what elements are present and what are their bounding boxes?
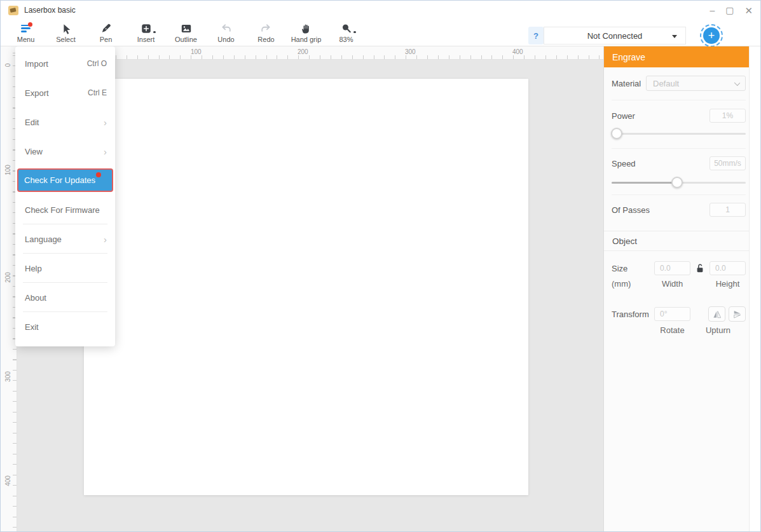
submenu-arrow-icon: › — [104, 118, 107, 127]
app-title: Laserbox basic — [24, 6, 76, 15]
outline-tool-button[interactable]: Outline — [166, 22, 206, 43]
undo-button[interactable]: Undo — [206, 22, 246, 43]
menu-item-exit[interactable]: Exit — [15, 312, 115, 341]
menu-item-help[interactable]: Help — [15, 254, 115, 283]
height-input[interactable]: 0.0 — [710, 261, 746, 275]
insert-tool-button[interactable]: Insert — [126, 22, 166, 43]
update-notification-dot — [96, 172, 101, 177]
insert-icon — [141, 22, 152, 35]
speed-input[interactable]: 50mm/s — [710, 156, 746, 170]
menu-item-edit[interactable]: Edit › — [15, 107, 115, 137]
title-bar: Laserbox basic – ▢ ✕ — [1, 1, 760, 20]
minimize-button[interactable]: – — [710, 6, 715, 15]
magnifier-icon — [341, 22, 352, 35]
engrave-section-header[interactable]: Engrave — [604, 46, 749, 67]
shortcut-label: Ctrl O — [87, 59, 107, 68]
close-button[interactable]: ✕ — [744, 6, 753, 15]
menu-button[interactable]: Menu — [6, 22, 46, 43]
panel-scrollbar-gutter[interactable] — [749, 46, 760, 531]
hand-icon — [301, 22, 312, 35]
connection-status-dropdown[interactable]: Not Connected — [544, 27, 686, 44]
passes-label: Of Passes — [612, 205, 650, 215]
toolbar: Menu Select Pen Insert Outline — [1, 20, 760, 46]
size-unit-label: (mm) — [612, 279, 654, 289]
unlock-icon — [696, 263, 704, 273]
height-label: Height — [710, 279, 746, 289]
flip-horizontal-button[interactable] — [708, 306, 725, 322]
menu-item-check-for-firmware[interactable]: Check For Firmware — [15, 195, 115, 224]
outline-image-icon — [181, 22, 192, 35]
flip-horizontal-icon — [712, 310, 722, 319]
object-section-header: Object — [604, 231, 749, 251]
zoom-level-value: 83% — [339, 36, 353, 43]
menu-item-view[interactable]: View › — [15, 137, 115, 166]
pen-icon — [100, 22, 112, 35]
pen-tool-button[interactable]: Pen — [86, 22, 126, 43]
app-window: Laserbox basic – ▢ ✕ Menu Select Pen — [0, 0, 761, 532]
zoom-level-button[interactable]: 83% — [326, 22, 366, 43]
undo-icon — [220, 22, 232, 35]
dropdown-caret-icon — [672, 35, 677, 38]
maximize-button[interactable]: ▢ — [725, 6, 734, 15]
submenu-arrow-icon: › — [104, 147, 107, 156]
speed-slider-thumb[interactable] — [671, 177, 683, 188]
lock-ratio-button[interactable] — [690, 263, 710, 273]
submenu-arrow-icon: › — [104, 235, 107, 244]
help-button[interactable]: ? — [528, 27, 544, 44]
submenu-dot-icon — [353, 31, 356, 34]
app-logo-icon — [8, 6, 18, 15]
select-tool-button[interactable]: Select — [46, 22, 86, 43]
speed-slider[interactable] — [612, 177, 746, 188]
rotate-input[interactable]: 0° — [654, 307, 690, 321]
hand-grip-tool-button[interactable]: Hand grip — [286, 22, 326, 43]
menu-item-export[interactable]: Export Ctrl E — [15, 78, 115, 107]
submenu-dot-icon — [153, 31, 156, 34]
transform-label: Transform — [612, 310, 654, 319]
canvas-page[interactable] — [84, 79, 528, 495]
passes-input[interactable]: 1 — [710, 203, 746, 217]
speed-label: Speed — [612, 159, 636, 168]
rotate-label: Rotate — [654, 325, 690, 335]
power-slider-thumb[interactable] — [611, 128, 622, 139]
menu-notification-dot — [28, 22, 32, 27]
menu-item-import[interactable]: Import Ctrl O — [15, 49, 115, 78]
size-label: Size — [612, 264, 654, 273]
upturn-label: Upturn — [690, 325, 746, 335]
width-input[interactable]: 0.0 — [654, 261, 690, 275]
flip-vertical-button[interactable] — [729, 306, 746, 322]
canvas-workspace: 100 200 300 400 0 100 200 300 400 Import… — [1, 46, 603, 531]
chevron-down-icon — [734, 80, 740, 86]
redo-icon — [260, 22, 272, 35]
material-label: Material — [612, 79, 641, 88]
cursor-icon — [60, 22, 72, 35]
settings-panel: Engrave Material Default Power 1% — [603, 46, 760, 531]
material-dropdown[interactable]: Default — [646, 76, 746, 91]
power-input[interactable]: 1% — [710, 109, 746, 123]
add-device-button[interactable]: + — [700, 24, 723, 47]
menu-item-check-for-updates[interactable]: Check For Updates — [17, 168, 113, 192]
width-label: Width — [654, 279, 690, 289]
shortcut-label: Ctrl E — [88, 88, 107, 97]
power-slider[interactable] — [612, 128, 746, 139]
flip-vertical-icon — [732, 309, 742, 319]
menu-dropdown: Import Ctrl O Export Ctrl E Edit › View … — [15, 46, 115, 346]
plus-icon: + — [703, 27, 720, 44]
connection-status-label: Not Connected — [587, 31, 643, 41]
power-label: Power — [612, 111, 635, 121]
menu-item-language[interactable]: Language › — [15, 224, 115, 254]
redo-button[interactable]: Redo — [246, 22, 286, 43]
menu-icon — [21, 22, 31, 35]
menu-item-about[interactable]: About — [15, 283, 115, 312]
